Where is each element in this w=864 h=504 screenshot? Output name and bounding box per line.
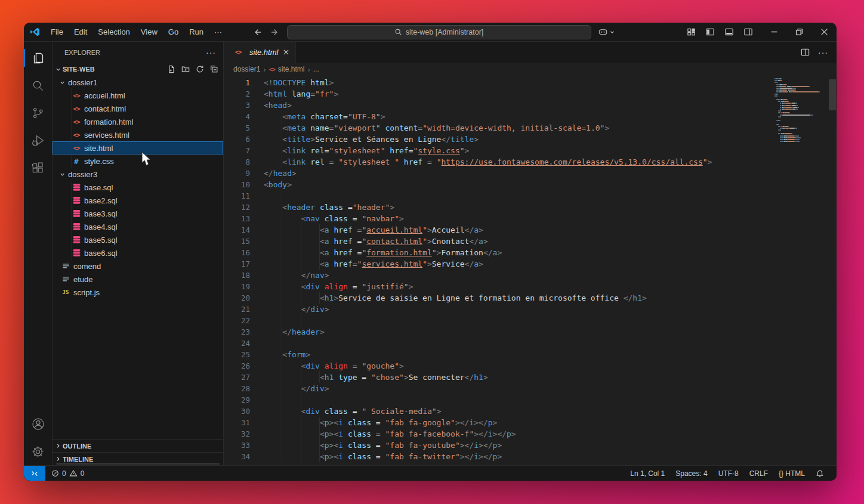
breadcrumb[interactable]: dossier1 › <> site.html › ...	[224, 63, 837, 76]
breadcrumb-file[interactable]: site.html	[278, 65, 305, 73]
editor-scrollbar[interactable]	[829, 79, 836, 110]
tree-file-formation-html[interactable]: <>formation.html	[53, 115, 223, 128]
minimap[interactable]	[774, 78, 827, 143]
code-line[interactable]: 31 <p><i class = "fab fa-google"></i></p…	[224, 417, 837, 428]
tree-file-base2-sql[interactable]: base2.sql	[53, 194, 223, 207]
code-line[interactable]: 20 <h1>Service de saisie en Ligne et for…	[224, 292, 837, 304]
tree-file-script-js[interactable]: JSscript.js	[53, 286, 223, 299]
code-line[interactable]: 12 <header class ="header">	[224, 202, 837, 213]
code-line[interactable]: 16 <a href ="formation.html">Formation</…	[224, 247, 837, 258]
customize-layout-icon[interactable]	[687, 27, 696, 36]
code-line[interactable]: 1<!DOCTYPE html>	[224, 77, 837, 88]
toggle-panel-icon[interactable]	[724, 27, 734, 36]
code-line[interactable]: 26 <div align = "gouche">	[224, 360, 837, 372]
tree-file-site-html[interactable]: <>site.html	[53, 141, 223, 154]
code-line[interactable]: 24	[224, 338, 837, 349]
code-line[interactable]: 6 <title>Service et Séances en Ligne</ti…	[224, 134, 837, 145]
panel-outline[interactable]: OUTLINE	[53, 439, 223, 452]
code-line[interactable]: 17 <a href="services.html">Service</a>	[224, 258, 837, 270]
code-line[interactable]: 30 <div class = " Sociale-media">	[224, 406, 837, 417]
command-center-search[interactable]: site-web [Administrator]	[287, 25, 591, 39]
code-line[interactable]: 21 </div>	[224, 304, 837, 315]
code-line[interactable]: 25 <form>	[224, 349, 837, 360]
tree-file-accueil-html[interactable]: <>accueil.html	[53, 89, 223, 102]
tree-file-base5-sql[interactable]: base5.sql	[53, 233, 223, 246]
menu-item-go[interactable]: Go	[163, 26, 184, 39]
activity-run-debug-icon[interactable]	[24, 126, 53, 154]
toggle-sidebar-icon[interactable]	[705, 27, 715, 36]
activity-search-icon[interactable]	[24, 72, 53, 99]
code-line[interactable]: 3<head>	[224, 100, 837, 111]
activity-extensions-icon[interactable]	[24, 154, 53, 181]
status-indentation[interactable]: Spaces: 4	[670, 469, 712, 478]
menu-item-run[interactable]: Run	[184, 26, 209, 39]
explorer-more-icon[interactable]: ···	[206, 48, 216, 57]
status-line-col[interactable]: Ln 1, Col 1	[625, 469, 670, 478]
tab-site-html[interactable]: <> site.html	[224, 42, 296, 63]
code-line[interactable]: 14 <a href ="accueil.html">Accueil</a>	[224, 224, 837, 236]
toggle-secondary-sidebar-icon[interactable]	[743, 27, 753, 36]
code-line[interactable]: 2<html lang="fr">	[224, 88, 837, 100]
tree-file-style-css[interactable]: #style.css	[53, 154, 223, 168]
code-line[interactable]: 8 <link rel = "stylesheet " href = "http…	[224, 156, 837, 168]
restore-button[interactable]	[786, 23, 811, 42]
code-line[interactable]: 15 <a href ="contact.html">Cnontact</a>	[224, 236, 837, 247]
code-line[interactable]: 13 <nav class = "navbar">	[224, 213, 837, 224]
code-line[interactable]: 5 <meta name="viewport" content="width=d…	[224, 122, 837, 134]
activity-accounts-icon[interactable]	[24, 410, 53, 438]
sidebar-scrollbar[interactable]	[56, 463, 220, 465]
copilot-menu[interactable]	[598, 27, 615, 36]
menu-item-view[interactable]: View	[135, 26, 163, 39]
tree-file-base-sql[interactable]: base.sql	[53, 181, 223, 194]
code-line[interactable]: 32 <p><i class = "fab fa-facebook-f"></i…	[224, 428, 837, 440]
tab-close-icon[interactable]	[283, 49, 289, 55]
status-language[interactable]: {} HTML	[773, 469, 810, 478]
close-button[interactable]	[811, 23, 837, 42]
code-line[interactable]: 33 <p><i class = "fab fa-youtube"></i></…	[224, 440, 837, 451]
code-line[interactable]: 23 </header>	[224, 326, 837, 338]
code-line[interactable]: 11	[224, 190, 837, 202]
remote-indicator[interactable]	[24, 466, 45, 481]
tree-file-services-html[interactable]: <>services.html	[53, 128, 223, 141]
editor-more-icon[interactable]: ···	[818, 48, 828, 57]
refresh-icon[interactable]	[196, 65, 204, 73]
tree-file-etude[interactable]: etude	[53, 273, 223, 286]
problems-status[interactable]: 0 0	[45, 466, 88, 481]
code-line[interactable]: 34 <p><i class = "fab fa-twitter"></i></…	[224, 451, 837, 462]
forward-button[interactable]	[270, 27, 280, 37]
code-line[interactable]: 7 <link rel="stylesheet" href="style.css…	[224, 145, 837, 156]
code-line[interactable]: 22	[224, 315, 837, 326]
split-editor-icon[interactable]	[801, 48, 810, 57]
status-eol[interactable]: CRLF	[744, 469, 773, 478]
menu-item-[interactable]: ···	[209, 26, 227, 39]
code-line[interactable]: 18 </nav>	[224, 270, 837, 281]
back-button[interactable]	[252, 27, 262, 37]
new-folder-icon[interactable]	[181, 65, 190, 73]
code-line[interactable]: 29	[224, 394, 837, 406]
notifications-bell-icon[interactable]	[810, 469, 829, 478]
tree-folder-dossier3[interactable]: dossier3	[53, 168, 223, 181]
tree-file-comend[interactable]: comend	[53, 259, 223, 273]
minimize-button[interactable]	[761, 23, 786, 42]
code-editor[interactable]: 1<!DOCTYPE html>2<html lang="fr">3<head>…	[224, 76, 837, 465]
tree-file-base4-sql[interactable]: base4.sql	[53, 220, 223, 233]
code-line[interactable]: 27 <h1 type = "chose">Se connecter</h1>	[224, 372, 837, 383]
tree-file-base6-sql[interactable]: base6.sql	[53, 246, 223, 259]
workspace-section-header[interactable]: SITE-WEB	[53, 63, 223, 76]
tree-folder-dossier1[interactable]: dossier1	[53, 76, 223, 89]
tree-file-contact-html[interactable]: <>contact.html	[53, 102, 223, 115]
tree-file-base3-sql[interactable]: base3.sql	[53, 207, 223, 220]
breadcrumb-more[interactable]: ...	[313, 65, 319, 73]
code-line[interactable]: 9</head>	[224, 168, 837, 179]
breadcrumb-folder[interactable]: dossier1	[233, 65, 260, 73]
code-line[interactable]: 19 <div align = "justifié">	[224, 281, 837, 292]
collapse-all-icon[interactable]	[210, 65, 218, 73]
menu-item-edit[interactable]: Edit	[69, 26, 92, 39]
menu-item-file[interactable]: File	[45, 26, 69, 39]
activity-explorer-icon[interactable]	[24, 44, 53, 72]
code-line[interactable]: 28 </div>	[224, 383, 837, 394]
status-encoding[interactable]: UTF-8	[713, 469, 744, 478]
new-file-icon[interactable]	[167, 65, 175, 73]
activity-settings-icon[interactable]	[24, 438, 53, 465]
menu-item-selection[interactable]: Selection	[92, 26, 135, 39]
